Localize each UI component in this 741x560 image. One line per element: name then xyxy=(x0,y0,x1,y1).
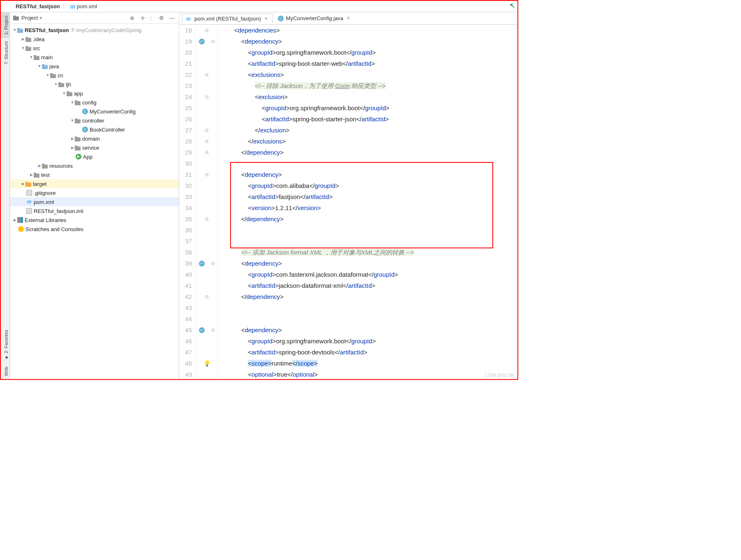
watermark: CSDN @金刀铁 xyxy=(485,373,514,378)
fold-icon[interactable]: ⊟ xyxy=(211,261,215,266)
fold-icon[interactable]: ⊟ xyxy=(205,72,208,77)
fold-icon[interactable]: ⊟ xyxy=(205,172,208,177)
tab-favorites[interactable]: ★ 2: Favorites xyxy=(1,326,9,363)
close-icon[interactable]: ✕ xyxy=(264,16,268,21)
tree-item[interactable]: ▶service xyxy=(10,143,179,152)
tab-myconverter[interactable]: MyConverterConfig.java ✕ xyxy=(273,13,355,24)
tab-web[interactable]: Web xyxy=(1,363,9,379)
tree-scratches[interactable]: Scratches and Consoles xyxy=(10,224,179,234)
tree-item[interactable]: ▶test xyxy=(10,170,179,179)
fold-icon[interactable]: ⊟ xyxy=(205,217,208,221)
close-icon[interactable]: ✕ xyxy=(346,16,350,21)
code-editor[interactable]: 1819202122232425262728293031323334353637… xyxy=(179,25,517,379)
tree-file-iml[interactable]: RESTful_fastjson.iml xyxy=(10,206,179,215)
fold-icon[interactable]: ⊟ xyxy=(205,128,208,132)
expand-icon[interactable]: ≑ xyxy=(139,15,146,21)
locate-icon[interactable]: ⊕ xyxy=(129,15,135,21)
fold-icon[interactable]: ⊟ xyxy=(211,39,215,44)
override-icon[interactable] xyxy=(199,261,205,266)
fold-icon[interactable]: ⊟ xyxy=(205,150,208,155)
fold-icon[interactable]: ⊟ xyxy=(205,28,208,32)
fold-icon[interactable]: ⊟ xyxy=(205,95,208,99)
tab-pom[interactable]: m pom.xml (RESTful_fastjson) ✕ xyxy=(182,14,272,24)
tree-item[interactable]: ▼app xyxy=(10,89,179,98)
tree-file-myconverter[interactable]: MyConverterConfig xyxy=(10,107,179,116)
panel-title[interactable]: Project xyxy=(21,15,38,21)
dropdown-icon[interactable]: ▾ xyxy=(39,15,42,21)
bulb-icon[interactable]: 💡 xyxy=(203,360,210,367)
class-icon xyxy=(278,16,284,21)
override-icon[interactable] xyxy=(199,39,205,44)
tree-root[interactable]: ▼RESTful_fastjsonF:\myCode\crazyCode\Spr… xyxy=(10,25,179,35)
code-area[interactable]: <dependencies> <dependency> <groupId>org… xyxy=(218,25,517,379)
tree-file-pom[interactable]: mpom.xml xyxy=(10,197,179,206)
tree-item[interactable]: ▼config xyxy=(10,98,179,107)
project-panel: Project ▾ ⊕ ≑ | ⚙ — ▼RESTful_fastjsonF:\… xyxy=(10,12,179,379)
tree-item[interactable]: ▶resources xyxy=(10,161,179,170)
maven-icon: m xyxy=(186,16,192,22)
hide-icon[interactable]: — xyxy=(169,15,175,21)
tree-item[interactable]: ▼src xyxy=(10,44,179,53)
project-tree[interactable]: ▼RESTful_fastjsonF:\myCode\crazyCode\Spr… xyxy=(10,24,179,379)
line-gutter: 1819202122232425262728293031323334353637… xyxy=(179,25,196,379)
tree-item[interactable]: ▶.idea xyxy=(10,35,179,44)
editor-tabs: m pom.xml (RESTful_fastjson) ✕ MyConvert… xyxy=(179,12,517,25)
override-icon[interactable] xyxy=(199,327,205,333)
tree-item[interactable]: ▼main xyxy=(10,53,179,62)
breadcrumb-project[interactable]: RESTful_fastjson xyxy=(16,3,60,9)
tree-item[interactable]: ▼ljh xyxy=(10,80,179,89)
fold-icon[interactable]: ⊟ xyxy=(205,139,208,143)
tree-external-libs[interactable]: ▶External Libraries xyxy=(10,215,179,224)
tree-item[interactable]: ▶domain xyxy=(10,134,179,143)
tree-item[interactable]: ▼controller xyxy=(10,116,179,125)
tab-project[interactable]: 1: Project xyxy=(1,12,9,38)
tree-file-gitignore[interactable]: .gitignore xyxy=(10,188,179,197)
breadcrumb-file[interactable]: pom.xml xyxy=(77,3,97,9)
tab-structure[interactable]: 7: Structure xyxy=(1,38,9,68)
maven-icon: m xyxy=(70,3,75,10)
gear-icon[interactable]: ⚙ xyxy=(158,15,165,21)
tree-item-target[interactable]: ▶target xyxy=(10,179,179,188)
breadcrumb: RESTful_fastjson 〉 m pom.xml xyxy=(1,1,517,12)
tree-file-bookcontroller[interactable]: BookController xyxy=(10,125,179,134)
breadcrumb-sep: 〉 xyxy=(62,3,68,10)
tree-item[interactable]: ▼cn xyxy=(10,71,179,80)
gutter-icons: ⊟ ⊟ ⊟ ⊟ ⊟ ⊟ ⊟ ⊟ ⊟ ⊟ ⊟ ⊟ 💡 xyxy=(196,25,218,379)
fold-icon[interactable]: ⊟ xyxy=(211,328,215,332)
folder-icon xyxy=(13,16,19,21)
tree-item[interactable]: ▼java xyxy=(10,62,179,71)
left-toolbar: 1: Project 7: Structure ★ 2: Favorites W… xyxy=(1,12,10,379)
tree-file-app[interactable]: App xyxy=(10,152,179,161)
hide-panel-icon[interactable]: ↖ xyxy=(510,2,515,9)
fold-icon[interactable]: ⊟ xyxy=(205,294,208,299)
